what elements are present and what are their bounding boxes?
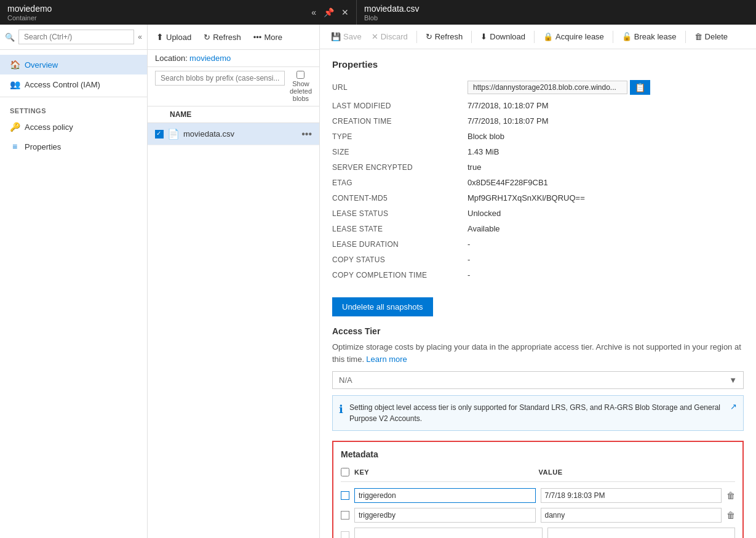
- properties-title: Properties: [332, 59, 744, 70]
- prop-label: TYPE: [332, 129, 468, 144]
- prop-label: COPY COMPLETION TIME: [332, 267, 468, 283]
- save-button[interactable]: 💾 Save: [330, 30, 363, 44]
- refresh-blob-label: Refresh: [435, 32, 463, 41]
- metadata-row-1-delete-button[interactable]: 🗑: [726, 491, 735, 500]
- acquire-lease-button[interactable]: 🔒 Acquire lease: [542, 30, 605, 44]
- discard-button[interactable]: ✕ Discard: [370, 30, 409, 44]
- download-button[interactable]: ⬇ Download: [479, 30, 527, 44]
- break-lease-button[interactable]: 🔓 Break lease: [621, 30, 678, 44]
- metadata-empty-checkbox[interactable]: [341, 531, 349, 538]
- download-icon: ⬇: [480, 32, 487, 41]
- prop-label: ETAG: [332, 175, 468, 190]
- metadata-row: 🗑: [341, 505, 735, 525]
- toolbar-separator-5: [685, 31, 686, 43]
- prop-label: CREATION TIME: [332, 113, 468, 129]
- refresh-label: Refresh: [213, 33, 241, 42]
- prop-label: LAST MODIFIED: [332, 98, 468, 113]
- blob-file-icon: 📄: [167, 128, 180, 140]
- collapse-icon[interactable]: «: [311, 7, 316, 17]
- metadata-empty-row: [341, 525, 735, 538]
- top-bar-right: moviedata.csv Blob: [357, 0, 756, 25]
- metadata-row-1-checkbox[interactable]: [341, 491, 349, 500]
- blob-checkbox[interactable]: [155, 130, 164, 139]
- sidebar-item-properties[interactable]: ≡ Properties: [0, 137, 147, 156]
- sidebar-item-overview[interactable]: 🏠 Overview: [0, 55, 147, 74]
- prop-value: 1.43 MiB: [468, 144, 744, 159]
- refresh-blob-button[interactable]: ↻ Refresh: [424, 30, 464, 44]
- prop-value: Block blob: [468, 129, 744, 144]
- search-icon: 🔍: [5, 33, 15, 42]
- search-input[interactable]: [18, 30, 134, 44]
- prop-value: 7/7/2018, 10:18:07 PM: [468, 113, 744, 129]
- metadata-row-1-value-input[interactable]: [541, 488, 722, 503]
- prop-label: SIZE: [332, 144, 468, 159]
- undelete-all-snapshots-button[interactable]: Undelete all snapshots: [332, 297, 433, 316]
- sidebar: 🔍 « 🏠 Overview 👥 Access Control (IAM) SE…: [0, 25, 148, 538]
- tier-info-external-link-icon[interactable]: ↗: [730, 402, 737, 411]
- prop-label: CONTENT-MD5: [332, 190, 468, 206]
- properties-icon: ≡: [10, 142, 20, 151]
- metadata-empty-value-input[interactable]: [547, 528, 736, 538]
- show-deleted-toggle: Showdeletedblobs: [290, 71, 312, 102]
- metadata-empty-key-input[interactable]: [354, 528, 543, 538]
- blob-name: moviedata.csv: [364, 4, 419, 14]
- refresh-icon: ↻: [204, 33, 210, 42]
- delete-button[interactable]: 🗑 Delete: [693, 30, 730, 44]
- toolbar-separator-4: [613, 31, 613, 43]
- top-bar: moviedemo Container « 📌 ✕ moviedata.csv …: [0, 0, 756, 25]
- download-label: Download: [490, 32, 525, 41]
- blob-name: moviedata.csv: [183, 129, 298, 139]
- upload-button[interactable]: ⬆ Upload: [155, 30, 193, 44]
- discard-icon: ✕: [372, 32, 378, 41]
- location-link[interactable]: moviedemo: [189, 54, 231, 63]
- metadata-section: Metadata KEY VALUE 🗑: [332, 441, 744, 538]
- blob-more-icon[interactable]: •••: [301, 129, 312, 140]
- upload-icon: ⬆: [156, 32, 164, 42]
- blobs-column-name: NAME: [148, 106, 319, 123]
- metadata-row-2-delete-button[interactable]: 🗑: [726, 510, 735, 520]
- sidebar-item-access-policy[interactable]: 🔑 Access policy: [0, 117, 147, 137]
- right-content: Properties URL📋LAST MODIFIED7/7/2018, 10…: [320, 49, 756, 538]
- prop-value: Available: [468, 221, 744, 236]
- upload-label: Upload: [166, 33, 191, 42]
- refresh-button[interactable]: ↻ Refresh: [202, 30, 242, 44]
- more-icon: •••: [253, 33, 262, 42]
- tier-info-box: ℹ Setting object level access tier is on…: [332, 395, 744, 431]
- info-icon: ℹ: [339, 403, 343, 416]
- metadata-row-1-key-input[interactable]: [354, 488, 536, 503]
- pin-icon[interactable]: 📌: [324, 7, 334, 17]
- blobs-search-input[interactable]: [155, 71, 285, 86]
- settings-section-label: SETTINGS: [0, 100, 147, 117]
- right-toolbar: 💾 Save ✕ Discard ↻ Refresh ⬇ Download 🔒 …: [320, 25, 756, 49]
- metadata-row-2-checkbox[interactable]: [341, 511, 349, 520]
- access-policy-icon: 🔑: [10, 122, 20, 132]
- list-item[interactable]: 📄 moviedata.csv •••: [148, 123, 319, 145]
- blob-subtitle: Blob: [364, 14, 419, 22]
- right-panel: 💾 Save ✕ Discard ↻ Refresh ⬇ Download 🔒 …: [320, 25, 756, 538]
- learn-more-link[interactable]: Learn more: [366, 355, 407, 364]
- show-deleted-checkbox[interactable]: [296, 71, 304, 79]
- prop-value: Unlocked: [468, 206, 744, 221]
- metadata-row-2-value-input[interactable]: [541, 508, 722, 523]
- tier-select-dropdown[interactable]: N/A ▼: [332, 371, 744, 389]
- metadata-header: KEY VALUE: [341, 465, 735, 482]
- middle-toolbar: ⬆ Upload ↻ Refresh ••• More: [148, 25, 319, 50]
- blob-title-group: moviedata.csv Blob: [364, 4, 419, 22]
- break-lease-label: Break lease: [634, 32, 677, 41]
- copy-url-button[interactable]: 📋: [630, 80, 650, 95]
- metadata-select-all-checkbox[interactable]: [341, 468, 349, 476]
- metadata-row-2-key-input[interactable]: [354, 508, 536, 523]
- more-button[interactable]: ••• More: [252, 30, 284, 44]
- metadata-key-column-header: KEY: [354, 468, 534, 476]
- url-input[interactable]: [468, 81, 627, 94]
- prop-label: URL: [332, 77, 468, 98]
- sidebar-item-access-control[interactable]: 👥 Access Control (IAM): [0, 74, 147, 94]
- close-left-icon[interactable]: ✕: [341, 7, 349, 17]
- sidebar-divider: [0, 97, 147, 97]
- location-label: Location:: [155, 54, 188, 63]
- prop-label: SERVER ENCRYPTED: [332, 159, 468, 175]
- sidebar-collapse-icon[interactable]: «: [138, 33, 142, 41]
- prop-label: LEASE STATUS: [332, 206, 468, 221]
- access-tier-desc: Optimize storage costs by placing your d…: [332, 341, 744, 365]
- discard-label: Discard: [381, 32, 408, 41]
